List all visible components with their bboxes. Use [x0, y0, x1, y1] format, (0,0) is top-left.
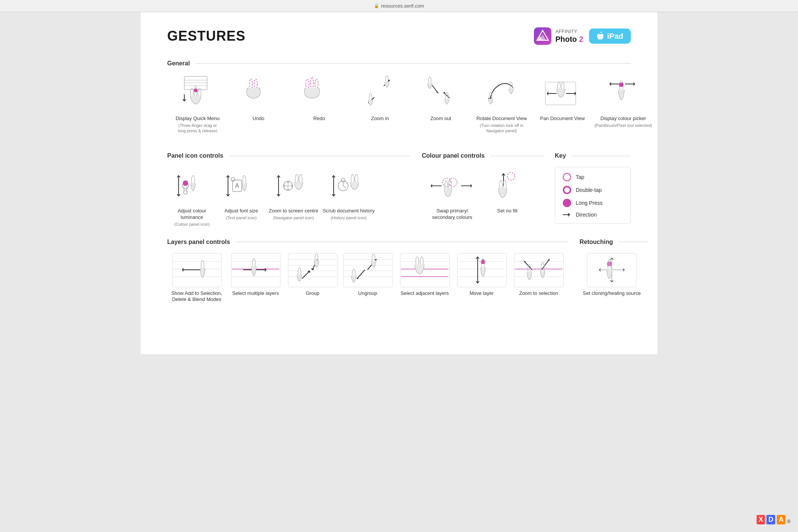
gesture-label-adjust-colour-luminance: Adjust colour luminance [167, 208, 217, 221]
gesture-display-quick-menu: Display Quick Menu (Three-finger drag or… [167, 74, 228, 133]
gesture-icon-undo [234, 74, 283, 112]
general-divider [196, 63, 631, 64]
ipad-label: iPad [607, 32, 623, 41]
gesture-icon-set-no-fill [483, 167, 532, 205]
gesture-zoom-in: Zoom in [350, 74, 410, 133]
gesture-label-zoom-to-screen-centre: Zoom to screen centre [269, 208, 318, 214]
gesture-ungroup: Ungroup [340, 253, 395, 303]
gesture-show-add-to-selection: Show Add to Selection,Delete & Blend Mod… [167, 253, 226, 303]
colour-panel-divider [490, 156, 543, 156]
gesture-sublabel-adjust-colour-luminance: (Colour panel icon) [174, 222, 210, 227]
panel-icon-title: Panel icon controls [167, 152, 229, 159]
svg-point-16 [310, 77, 314, 89]
page-title: GESTURES [167, 28, 245, 44]
gesture-box-zoom-to-selection [514, 253, 564, 287]
gesture-icon-scrub-doc-history [324, 167, 374, 205]
colour-panel-gestures-grid: Swap primary/secondary colours [422, 167, 543, 221]
key-direction: Direction [563, 212, 623, 218]
direction-icon [563, 212, 571, 217]
svg-point-60 [341, 178, 345, 182]
gesture-label-show-add-to-selection: Show Add to Selection,Delete & Blend Mod… [171, 290, 222, 303]
panel-icon-section: Panel icon controls [167, 152, 410, 227]
panel-row: Panel icon controls [167, 152, 631, 227]
key-title: Key [555, 152, 572, 159]
gesture-box-show-add-to-selection [172, 253, 222, 287]
affinity-photo-icon [534, 27, 551, 45]
gesture-display-colour-picker: Display colour picker (Paintbrush/Pixel … [593, 74, 654, 133]
gesture-icon-display-quick-menu [173, 74, 222, 112]
gesture-undo: Undo [228, 74, 289, 133]
key-tap: Tap [563, 173, 623, 181]
gesture-label-zoom-to-selection: Zoom to selection [519, 290, 558, 297]
header-right: AFFINITY Photo 2 iPad [534, 27, 631, 45]
layers-divider [236, 242, 568, 242]
svg-line-22 [432, 85, 438, 93]
layers-section: Layers panel controls [167, 239, 568, 303]
key-section: Key Tap Double-tap Long Press [555, 152, 631, 227]
browser-bar: 🔒 resources.serif.com [0, 0, 798, 12]
key-divider [572, 156, 631, 156]
gesture-icon-colour-picker [598, 74, 648, 112]
key-longpress: Long Press [563, 199, 623, 207]
key-doubletap: Double-tap [563, 186, 623, 194]
page-header: GESTURES AFFINITY [167, 27, 631, 45]
tap-icon [563, 173, 571, 181]
gesture-zoom-out: Zoom out [410, 74, 471, 133]
gesture-sublabel-zoom-to-screen-centre: (Navigator panel icon) [273, 215, 314, 220]
gesture-icon-redo [294, 74, 344, 112]
gesture-icon-zoom-to-screen-centre [269, 167, 318, 205]
svg-point-70 [507, 173, 515, 180]
gesture-zoom-to-screen-centre: Zoom to screen centre (Navigator panel i… [266, 167, 321, 227]
svg-point-17 [315, 79, 318, 89]
gesture-label-set-cloning-healing-source: Set cloning/healing source [583, 290, 641, 297]
gesture-move-layer: Move layer [454, 253, 509, 303]
svg-point-41 [183, 180, 188, 186]
gesture-swap-colours: Swap primary/secondary colours [422, 167, 483, 221]
svg-point-13 [249, 79, 252, 89]
svg-point-121 [607, 261, 612, 266]
gesture-icon-adjust-colour-luminance [167, 167, 217, 205]
gesture-label-undo: Undo [252, 116, 264, 122]
retouching-section: Retouching [580, 239, 648, 303]
gesture-box-move-layer [457, 253, 507, 287]
gesture-group: Group [285, 253, 340, 303]
tap-label: Tap [576, 174, 584, 180]
lock-icon: 🔒 [374, 3, 379, 8]
key-box: Tap Double-tap Long Press [555, 167, 631, 224]
svg-line-91 [302, 271, 310, 279]
gesture-label-adjust-font-size: Adjust font size [225, 208, 258, 214]
gesture-label-set-no-fill: Set no fill [497, 208, 517, 214]
browser-url: resources.serif.com [381, 3, 424, 9]
affinity-text: AFFINITY Photo 2 [555, 28, 583, 44]
gesture-icon-zoom-in [355, 74, 405, 112]
layers-title: Layers panel controls [167, 239, 236, 245]
gesture-label-redo: Redo [313, 116, 325, 122]
gesture-select-adjacent-layers: Select adjacent layers [395, 253, 454, 303]
gesture-label-zoom-in: Zoom in [371, 116, 389, 122]
svg-point-44 [184, 190, 187, 194]
gesture-sublabel-rotate: (Turn rotation lock off inNavigator pane… [480, 123, 524, 134]
general-gestures-grid: Display Quick Menu (Three-finger drag or… [167, 74, 631, 133]
gesture-icon-zoom-out [416, 74, 466, 112]
gesture-select-multiple-layers: Select multiple layers [226, 253, 285, 303]
photo2-label: Photo 2 [555, 35, 583, 44]
gesture-label-select-adjacent-layers: Select adjacent layers [401, 290, 449, 297]
gesture-pan-doc-view: Pan Document View [532, 74, 593, 133]
gesture-label-scrub-doc-history: Scrub document history [323, 208, 375, 214]
gesture-icon-rotate [477, 74, 526, 112]
gesture-sublabel-scrub-doc-history: (History panel icon) [331, 215, 367, 220]
svg-point-15 [306, 79, 309, 89]
gesture-sublabel-adjust-font-size: (Text panel icon) [226, 215, 257, 220]
svg-line-59 [343, 186, 346, 188]
apple-icon [597, 32, 604, 41]
gesture-sublabel-colour-picker: (Paintbrush/Pixel tool selected) [594, 123, 652, 128]
panel-icon-gestures-grid: Adjust colour luminance (Colour panel ic… [167, 167, 410, 227]
gesture-label-rotate: Rotate Document View [477, 116, 527, 122]
gesture-label-colour-picker: Display colour picker [600, 116, 646, 122]
colour-panel-section: Colour panel controls [422, 152, 543, 227]
doubletap-icon [563, 186, 571, 194]
affinity-label: AFFINITY [555, 28, 583, 35]
gesture-box-set-cloning-healing-source [587, 253, 636, 287]
gesture-label-swap-colours: Swap primary/secondary colours [432, 208, 472, 221]
longpress-label: Long Press [576, 200, 603, 206]
